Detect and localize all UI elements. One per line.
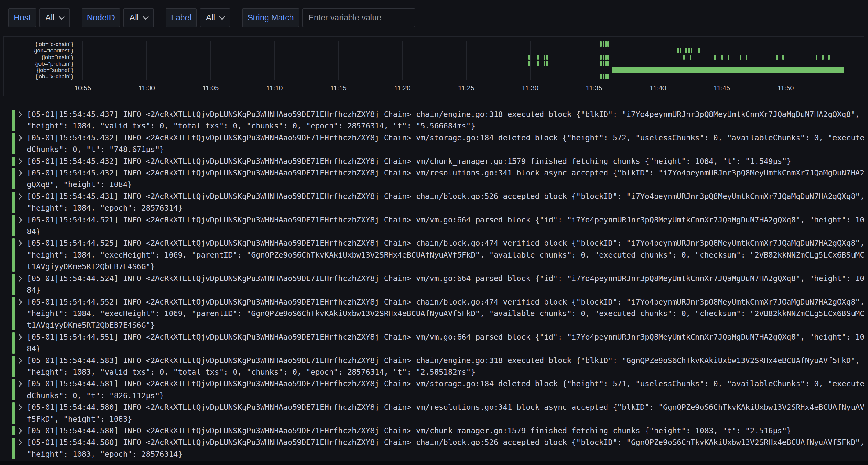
log-event-mark bbox=[605, 41, 607, 47]
log-row[interactable]: [05-01|15:54:44.525] INFO <2AcRkXTLLtQjv… bbox=[12, 237, 864, 272]
log-row[interactable]: [05-01|15:54:44.581] INFO <2AcRkXTLLtQjv… bbox=[12, 378, 864, 402]
string-match-input[interactable] bbox=[302, 8, 415, 27]
expand-chevron-icon[interactable] bbox=[16, 240, 22, 246]
chart-series-label: {job="loadtest"} bbox=[4, 47, 73, 54]
x-gridline bbox=[530, 41, 530, 80]
variable-value-label: All bbox=[206, 13, 215, 23]
variable-label-host: Host bbox=[8, 8, 36, 27]
log-row[interactable]: [05-01|15:54:45.432] INFO <2AcRkXTLLtQjv… bbox=[12, 132, 864, 156]
x-axis-tick-label: 11:05 bbox=[203, 84, 219, 92]
logs-volume-panel: {job="c-chain"}{job="loadtest"}{job="mai… bbox=[3, 36, 864, 96]
log-event-mark bbox=[608, 55, 609, 60]
expand-chevron-icon[interactable] bbox=[16, 135, 22, 141]
expand-chevron-icon[interactable] bbox=[16, 334, 22, 340]
expand-chevron-icon[interactable] bbox=[16, 158, 22, 164]
x-gridline bbox=[466, 41, 467, 80]
variable-select-nodeid[interactable]: All bbox=[123, 8, 154, 27]
x-axis-tick-label: 11:10 bbox=[266, 84, 282, 92]
chevron-down-icon bbox=[143, 14, 149, 20]
expand-chevron-icon[interactable] bbox=[16, 381, 22, 387]
log-row[interactable]: [05-01|15:54:44.551] INFO <2AcRkXTLLtQjv… bbox=[12, 331, 864, 355]
log-row[interactable]: [05-01|15:54:44.583] INFO <2AcRkXTLLtQjv… bbox=[12, 355, 864, 378]
variable-label-label: Label bbox=[165, 8, 197, 27]
log-event-mark bbox=[602, 74, 604, 79]
log-event-mark bbox=[683, 55, 685, 60]
x-gridline bbox=[210, 41, 211, 80]
log-event-mark bbox=[602, 55, 604, 60]
x-axis-tick-label: 10:55 bbox=[74, 84, 91, 92]
log-event-mark bbox=[528, 61, 530, 66]
log-row[interactable]: [05-01|15:54:44.580] INFO <2AcRkXTLLtQjv… bbox=[12, 425, 864, 437]
expand-chevron-icon[interactable] bbox=[16, 404, 22, 410]
log-event-mark bbox=[544, 61, 546, 66]
log-line-text: [05-01|15:54:44.580] INFO <2AcRkXTLLtQjv… bbox=[27, 402, 864, 425]
expand-chevron-icon[interactable] bbox=[16, 275, 22, 281]
variable-select-host[interactable]: All bbox=[39, 8, 70, 27]
log-rows-list: [05-01|15:54:45.437] INFO <2AcRkXTLLtQjv… bbox=[12, 109, 864, 460]
x-gridline bbox=[402, 41, 403, 80]
log-line-text: [05-01|15:54:44.525] INFO <2AcRkXTLLtQjv… bbox=[27, 237, 864, 272]
log-line-text: [05-01|15:54:44.581] INFO <2AcRkXTLLtQjv… bbox=[27, 378, 864, 402]
log-row[interactable]: [05-01|15:54:44.580] INFO <2AcRkXTLLtQjv… bbox=[12, 437, 864, 460]
x-axis-tick-label: 11:50 bbox=[778, 84, 794, 92]
log-event-mark bbox=[602, 61, 604, 66]
x-axis-tick-label: 11:40 bbox=[650, 84, 666, 92]
log-line-text: [05-01|15:54:44.524] INFO <2AcRkXTLLtQjv… bbox=[27, 273, 864, 296]
expand-chevron-icon[interactable] bbox=[16, 111, 22, 118]
log-row[interactable]: [05-01|15:54:45.437] INFO <2AcRkXTLLtQjv… bbox=[12, 109, 864, 132]
variable-group-label: Label All bbox=[165, 8, 230, 27]
log-event-mark bbox=[714, 55, 716, 60]
log-row[interactable]: [05-01|15:54:44.580] INFO <2AcRkXTLLtQjv… bbox=[12, 402, 864, 425]
variables-toolbar: Host All NodeID All Label All String Mat… bbox=[8, 8, 427, 27]
log-event-mark bbox=[600, 74, 602, 79]
chart-series-label: {job="x-chain"} bbox=[4, 73, 73, 80]
expand-chevron-icon[interactable] bbox=[16, 217, 22, 223]
chart-series-label: {job="c-chain"} bbox=[4, 41, 73, 47]
x-gridline bbox=[338, 41, 339, 80]
log-line-text: [05-01|15:54:44.552] INFO <2AcRkXTLLtQjv… bbox=[27, 296, 864, 331]
log-event-mark bbox=[680, 48, 681, 53]
x-axis-tick-label: 11:25 bbox=[458, 84, 474, 92]
expand-chevron-icon[interactable] bbox=[16, 358, 22, 364]
log-event-mark bbox=[776, 55, 778, 60]
log-event-mark bbox=[828, 55, 830, 60]
clipped-log-row-strip bbox=[0, 461, 868, 465]
log-line-text: [05-01|15:54:44.580] INFO <2AcRkXTLLtQjv… bbox=[27, 425, 864, 437]
log-event-mark bbox=[605, 61, 607, 66]
x-axis-tick-label: 11:00 bbox=[138, 84, 155, 92]
expand-chevron-icon[interactable] bbox=[16, 194, 22, 200]
log-row[interactable]: [05-01|15:54:44.521] INFO <2AcRkXTLLtQjv… bbox=[12, 214, 864, 238]
expand-chevron-icon[interactable] bbox=[16, 170, 22, 176]
log-line-text: [05-01|15:54:45.432] INFO <2AcRkXTLLtQjv… bbox=[27, 156, 864, 167]
variable-group-host: Host All bbox=[8, 8, 70, 27]
expand-chevron-icon[interactable] bbox=[16, 299, 22, 305]
log-line-text: [05-01|15:54:44.521] INFO <2AcRkXTLLtQjv… bbox=[27, 214, 864, 238]
log-event-mark bbox=[544, 55, 546, 60]
variable-label-nodeid: NodeID bbox=[82, 8, 121, 27]
expand-chevron-icon[interactable] bbox=[16, 428, 22, 434]
expand-chevron-icon[interactable] bbox=[16, 439, 22, 445]
log-row[interactable]: [05-01|15:54:45.432] INFO <2AcRkXTLLtQjv… bbox=[12, 167, 864, 191]
log-event-mark bbox=[547, 55, 548, 60]
x-gridline bbox=[146, 41, 147, 80]
log-row[interactable]: [05-01|15:54:44.524] INFO <2AcRkXTLLtQjv… bbox=[12, 273, 864, 296]
log-event-mark bbox=[608, 41, 609, 47]
log-event-mark bbox=[600, 41, 602, 47]
chart-series-label: {job="p-chain"} bbox=[4, 60, 73, 67]
variable-group-string-match: String Match bbox=[242, 8, 415, 27]
variable-label-string-match: String Match bbox=[242, 8, 299, 27]
log-line-text: [05-01|15:54:44.551] INFO <2AcRkXTLLtQjv… bbox=[27, 331, 864, 355]
log-event-mark bbox=[721, 55, 723, 60]
log-event-mark bbox=[727, 55, 729, 60]
log-row[interactable]: [05-01|15:54:45.432] INFO <2AcRkXTLLtQjv… bbox=[12, 156, 864, 167]
chevron-down-icon bbox=[59, 14, 65, 20]
log-event-mark bbox=[605, 55, 607, 60]
log-event-mark bbox=[528, 55, 530, 60]
log-row[interactable]: [05-01|15:54:45.431] INFO <2AcRkXTLLtQjv… bbox=[12, 191, 864, 214]
log-event-mark bbox=[690, 48, 692, 53]
log-event-mark bbox=[537, 61, 539, 66]
log-row[interactable]: [05-01|15:54:44.552] INFO <2AcRkXTLLtQjv… bbox=[12, 296, 864, 331]
log-event-mark bbox=[537, 55, 539, 60]
variable-select-label[interactable]: All bbox=[200, 8, 230, 27]
log-event-mark bbox=[608, 74, 609, 79]
